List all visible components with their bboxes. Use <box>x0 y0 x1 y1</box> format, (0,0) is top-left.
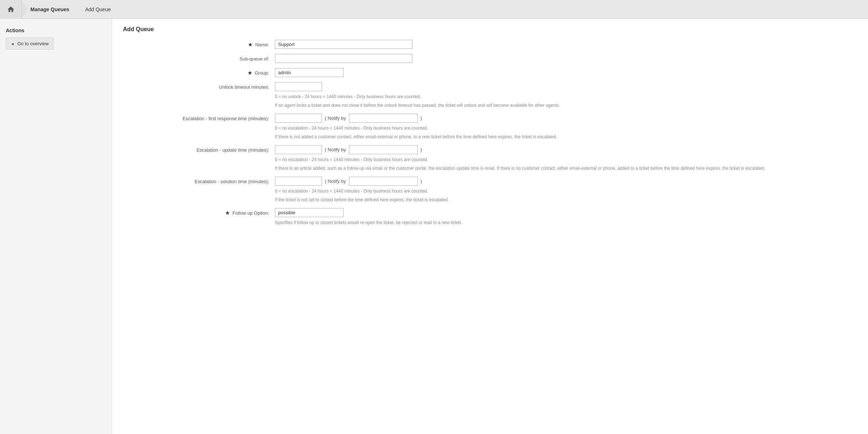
group-input[interactable] <box>275 68 344 77</box>
esc-update-notify-close: ) <box>421 147 422 152</box>
esc-solution-input[interactable] <box>275 177 322 186</box>
esc-update-help1: 0 = no escalation - 24 hours = 1440 minu… <box>275 156 857 163</box>
esc-solution-notify-close: ) <box>421 178 422 184</box>
esc-solution-field-row: Escalation - solution time (minutes): ( … <box>123 177 857 203</box>
breadcrumb-manage-queues[interactable]: Manage Queues <box>27 0 76 19</box>
esc-first-help2: If there is not added a customer contact… <box>275 134 857 140</box>
unlock-help2: If an agent locks a ticket and does not … <box>275 102 857 109</box>
go-to-overview-button[interactable]: ◄ Go to overview <box>6 38 54 50</box>
subqueue-field-area <box>275 54 857 63</box>
name-input[interactable] <box>275 40 412 49</box>
esc-first-inline: ( Notify by ) <box>275 114 857 123</box>
breadcrumb-separator <box>76 0 82 19</box>
followup-help: Specifies if follow up to closed tickets… <box>275 219 857 226</box>
esc-first-notify-label: ( Notify by <box>325 115 346 121</box>
sidebar-title: Actions <box>0 25 112 38</box>
esc-first-notify-input[interactable] <box>349 114 418 123</box>
esc-solution-notify-label: ( Notify by <box>325 178 346 184</box>
esc-first-label: Escalation - first response time (minute… <box>123 114 275 121</box>
page-title: Add Queue <box>123 26 857 33</box>
subqueue-field-row: Sub-queue of: <box>123 54 857 63</box>
esc-update-field-row: Escalation - update time (minutes): ( No… <box>123 145 857 172</box>
unlock-field-area: 0 = no unlock - 24 hours = 1440 minutes … <box>275 82 857 109</box>
esc-update-input[interactable] <box>275 145 322 154</box>
esc-update-label: Escalation - update time (minutes): <box>123 145 275 153</box>
name-label: ★ Name: <box>123 40 275 47</box>
group-field-row: ★ Group: <box>123 68 857 77</box>
unlock-help1: 0 = no unlock - 24 hours = 1440 minutes … <box>275 93 857 100</box>
followup-label: ★ Follow up Option: <box>123 208 275 216</box>
esc-solution-inline: ( Notify by ) <box>275 177 857 186</box>
back-arrow-icon: ◄ <box>10 42 14 46</box>
esc-first-input[interactable] <box>275 114 322 123</box>
home-button[interactable] <box>0 0 22 19</box>
esc-update-notify-label: ( Notify by <box>325 147 346 152</box>
sidebar: Actions ◄ Go to overview <box>0 19 112 434</box>
esc-solution-help1: 0 = no escalation - 24 hours = 1440 minu… <box>275 188 857 194</box>
name-field-row: ★ Name: <box>123 40 857 49</box>
subqueue-input[interactable] <box>275 54 412 63</box>
breadcrumb-add-queue[interactable]: Add Queue <box>82 0 118 19</box>
unlock-field-row: Unlock timeout minutes: 0 = no unlock - … <box>123 82 857 109</box>
group-label: ★ Group: <box>123 68 275 76</box>
esc-first-notify-close: ) <box>421 115 422 121</box>
esc-update-notify-input[interactable] <box>349 145 418 154</box>
esc-first-field-row: Escalation - first response time (minute… <box>123 114 857 140</box>
esc-first-field-area: ( Notify by ) 0 = no escalation - 24 hou… <box>275 114 857 140</box>
home-icon <box>7 5 15 13</box>
breadcrumb-arrow-1 <box>22 0 27 19</box>
name-field-area <box>275 40 857 49</box>
group-field-area <box>275 68 857 77</box>
followup-field-row: ★ Follow up Option: Specifies if follow … <box>123 208 857 226</box>
esc-solution-field-area: ( Notify by ) 0 = no escalation - 24 hou… <box>275 177 857 203</box>
esc-solution-label: Escalation - solution time (minutes): <box>123 177 275 184</box>
followup-field-area: Specifies if follow up to closed tickets… <box>275 208 857 226</box>
unlock-label: Unlock timeout minutes: <box>123 82 275 90</box>
esc-update-inline: ( Notify by ) <box>275 145 857 154</box>
esc-solution-help2: If the ticket is not set to closed befor… <box>275 197 857 203</box>
main-content: Add Queue ★ Name: Sub-queue of: ★ Gr <box>112 19 868 434</box>
esc-update-field-area: ( Notify by ) 0 = no escalation - 24 hou… <box>275 145 857 172</box>
subqueue-label: Sub-queue of: <box>123 54 275 62</box>
esc-update-help2: If there is an article added, such as a … <box>275 165 857 172</box>
page-layout: Actions ◄ Go to overview Add Queue ★ Nam… <box>0 19 868 434</box>
esc-solution-notify-input[interactable] <box>349 177 418 186</box>
followup-input[interactable] <box>275 208 344 217</box>
breadcrumb: Manage Queues Add Queue <box>0 0 868 19</box>
esc-first-help1: 0 = no escalation - 24 hours = 1440 minu… <box>275 125 857 131</box>
unlock-input[interactable] <box>275 82 322 91</box>
